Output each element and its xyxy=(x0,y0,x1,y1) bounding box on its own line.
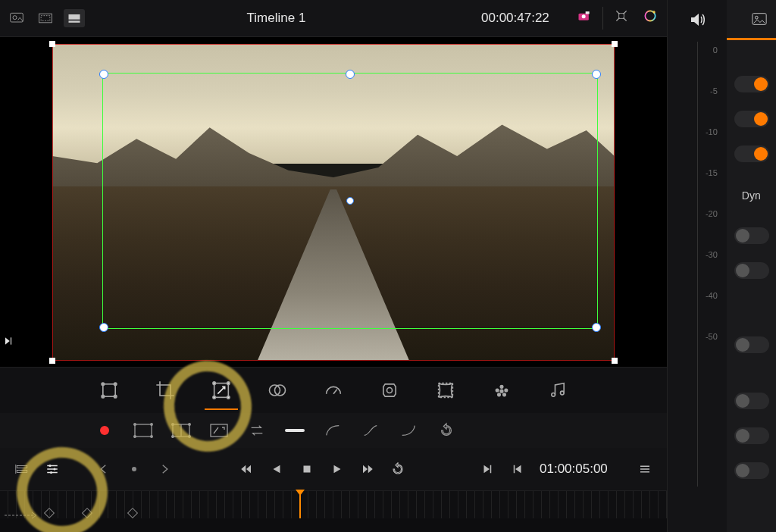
track-header-icon[interactable] xyxy=(5,509,38,518)
svg-point-41 xyxy=(172,424,174,426)
layout-icon[interactable] xyxy=(64,9,85,27)
crop-tool-icon[interactable] xyxy=(153,378,177,402)
svg-point-30 xyxy=(503,393,506,396)
panel-toggle[interactable] xyxy=(734,76,769,92)
keyframe-box1-icon[interactable] xyxy=(132,421,155,440)
audio-tool-icon[interactable] xyxy=(546,378,570,402)
svg-rect-45 xyxy=(211,424,227,437)
swap-icon[interactable] xyxy=(246,421,268,440)
step-forward-icon[interactable] xyxy=(3,336,14,349)
transport-menu-icon[interactable] xyxy=(637,461,653,477)
preview-image xyxy=(52,44,615,361)
loop-icon[interactable] xyxy=(390,461,406,477)
timeline-title[interactable]: Timeline 1 xyxy=(95,11,457,26)
marker-dot-icon[interactable] xyxy=(126,461,142,477)
svg-point-31 xyxy=(500,390,503,393)
panel-toggle[interactable] xyxy=(734,111,769,127)
viewer-timecode[interactable]: 00:00:47:22 xyxy=(481,11,549,26)
svg-point-21 xyxy=(227,396,230,399)
svg-point-37 xyxy=(134,436,136,438)
inspector-image-icon[interactable] xyxy=(749,11,769,30)
panel-toggle[interactable] xyxy=(734,146,769,162)
panel-toggle[interactable] xyxy=(734,427,769,444)
speed-tool-icon[interactable] xyxy=(321,378,346,402)
color-tool-icon[interactable] xyxy=(490,378,514,402)
next-nav-icon[interactable] xyxy=(156,461,173,477)
speaker-icon[interactable] xyxy=(687,11,707,32)
meter-scale-labels: 0 -5 -10 -15 -20 -30 -40 -50 xyxy=(706,45,718,341)
ease-out-curve-icon[interactable] xyxy=(321,421,344,440)
frame-handle-bl[interactable] xyxy=(49,358,55,364)
transport-timecode[interactable]: 01:00:05:00 xyxy=(540,462,608,477)
viewer-canvas[interactable] xyxy=(52,44,615,361)
timeline-view-icon[interactable] xyxy=(14,461,30,477)
panel-toggle[interactable] xyxy=(734,262,769,279)
transport-bar: 01:00:05:00 xyxy=(0,448,667,490)
settings-sliders-icon[interactable] xyxy=(44,461,61,477)
keyframe-box3-icon[interactable] xyxy=(208,421,230,440)
frame-handle-tr[interactable] xyxy=(612,41,618,47)
svg-rect-12 xyxy=(103,384,115,396)
image-adjust-icon[interactable] xyxy=(6,9,27,27)
play-icon[interactable] xyxy=(329,461,346,477)
viewer-area xyxy=(0,37,667,367)
inspector-tab-underline xyxy=(727,38,776,40)
linear-curve-icon[interactable] xyxy=(283,421,306,440)
panel-toggle[interactable] xyxy=(734,393,769,409)
frame-handle-tl[interactable] xyxy=(49,41,55,47)
playhead[interactable] xyxy=(299,491,301,518)
timeline-ruler[interactable] xyxy=(0,490,667,518)
svg-point-7 xyxy=(581,14,585,18)
panel-toggle[interactable] xyxy=(734,336,769,353)
svg-point-18 xyxy=(213,382,216,385)
prev-nav-icon[interactable] xyxy=(95,461,112,477)
ease-in-curve-icon[interactable] xyxy=(397,421,420,440)
panel-toggle[interactable] xyxy=(734,227,769,244)
toolbar-divider xyxy=(602,7,603,30)
transform-tool-icon[interactable] xyxy=(97,378,121,402)
panel-toggle[interactable] xyxy=(734,462,769,479)
svg-point-20 xyxy=(213,396,216,399)
svg-point-42 xyxy=(189,424,191,426)
svg-rect-4 xyxy=(69,14,80,20)
svg-point-43 xyxy=(172,436,174,438)
safe-area-icon[interactable] xyxy=(35,9,56,27)
camera-grab-icon[interactable] xyxy=(574,7,595,25)
mark-in-icon[interactable] xyxy=(479,461,496,477)
svg-point-16 xyxy=(114,395,117,398)
keyframe-sub-row xyxy=(0,413,667,448)
svg-rect-46 xyxy=(17,466,27,468)
svg-point-29 xyxy=(498,393,501,396)
panel-section-label: Dyn xyxy=(742,189,761,202)
frame-handle-br[interactable] xyxy=(612,358,618,364)
audio-meter-panel: 0 -5 -10 -15 -20 -30 -40 -50 xyxy=(667,0,727,532)
last-frame-icon[interactable] xyxy=(359,461,376,477)
ease-curve-icon[interactable] xyxy=(359,421,382,440)
meter-tick: -50 xyxy=(706,332,718,341)
color-magic-icon[interactable] xyxy=(640,7,661,25)
keyframe-box2-icon[interactable] xyxy=(170,421,192,440)
dynamic-zoom-tool-icon[interactable] xyxy=(209,378,233,402)
svg-point-35 xyxy=(134,424,136,426)
play-reverse-icon[interactable] xyxy=(268,461,285,477)
crop-auto-icon[interactable] xyxy=(611,7,632,25)
reset-icon[interactable] xyxy=(435,421,458,440)
stabilization-tool-icon[interactable] xyxy=(377,378,402,402)
record-keyframe-icon[interactable] xyxy=(100,426,109,435)
svg-rect-47 xyxy=(17,471,27,473)
composite-tool-icon[interactable] xyxy=(265,378,289,402)
svg-point-55 xyxy=(132,467,136,471)
meter-tick: -40 xyxy=(706,291,718,300)
lens-correction-tool-icon[interactable] xyxy=(433,378,458,402)
first-frame-icon[interactable] xyxy=(238,461,255,477)
svg-rect-34 xyxy=(135,424,152,437)
meter-tick: -10 xyxy=(706,127,718,136)
svg-point-52 xyxy=(49,465,52,467)
svg-rect-58 xyxy=(514,465,515,474)
svg-point-26 xyxy=(500,386,503,388)
svg-point-14 xyxy=(114,383,117,386)
svg-rect-5 xyxy=(69,20,80,23)
mark-out-icon[interactable] xyxy=(509,461,526,477)
stop-icon[interactable] xyxy=(299,461,315,477)
meter-tick: -30 xyxy=(706,250,718,259)
